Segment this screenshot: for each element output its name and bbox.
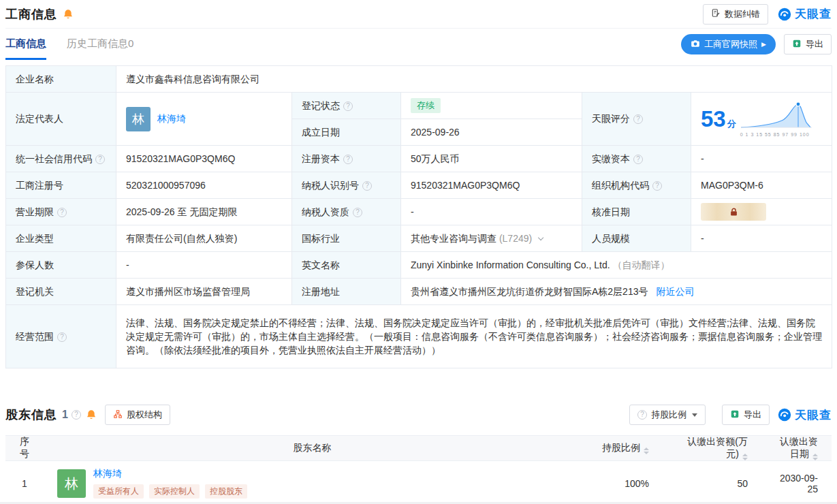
section-header: 工商信息 数据纠错 天眼查 bbox=[5, 0, 832, 29]
column-ratio-label: 持股比例 bbox=[602, 442, 640, 453]
english-name-value: Zunyi Xinbinke Information Consulting Co… bbox=[411, 259, 610, 270]
help-icon[interactable] bbox=[343, 155, 353, 164]
export-label: 导出 bbox=[744, 409, 761, 421]
reg-status-label-text: 登记状态 bbox=[302, 100, 340, 111]
help-icon[interactable] bbox=[353, 208, 362, 217]
export-button[interactable]: 导出 bbox=[784, 34, 832, 54]
camera-icon bbox=[691, 39, 700, 50]
export-button[interactable]: 导出 bbox=[722, 405, 770, 425]
help-icon[interactable] bbox=[362, 181, 372, 191]
ratio-filter-label: 持股比例 bbox=[651, 409, 686, 421]
english-name-note: （自动翻译） bbox=[613, 259, 670, 270]
business-term-value: 2025-09-26 至 无固定期限 bbox=[116, 199, 292, 225]
paid-capital-label-text: 实缴资本 bbox=[592, 153, 630, 164]
org-code-value: MAG0P3QM-6 bbox=[691, 172, 832, 199]
legal-rep-label: 法定代表人 bbox=[6, 93, 116, 146]
industry-value: 其他专业咨询与调查 bbox=[411, 233, 496, 244]
help-icon[interactable] bbox=[633, 114, 643, 124]
score-chart: 0 1 3 15 55 85 97 99 100 bbox=[740, 99, 812, 138]
tag-beneficial-owner[interactable]: 受益所有人 bbox=[93, 484, 144, 499]
data-correction-button[interactable]: 数据纠错 bbox=[703, 4, 768, 25]
help-icon[interactable] bbox=[633, 155, 643, 164]
tab-history-info[interactable]: 历史工商信息0 bbox=[67, 29, 133, 60]
data-correction-label: 数据纠错 bbox=[725, 8, 760, 20]
reg-status-label: 登记状态 bbox=[292, 93, 401, 119]
reg-no-value: 520321000957096 bbox=[116, 172, 292, 199]
help-icon[interactable] bbox=[57, 332, 67, 342]
org-chart-icon bbox=[113, 409, 123, 421]
chevron-down-icon[interactable] bbox=[538, 234, 544, 240]
row-amount: 50 bbox=[663, 461, 761, 504]
paid-capital-label: 实缴资本 bbox=[582, 146, 691, 172]
score-value: 53 bbox=[701, 106, 726, 131]
tianyancha-logo[interactable]: 天眼查 bbox=[778, 6, 832, 22]
tab-business-info[interactable]: 工商信息 bbox=[5, 29, 46, 60]
tag-actual-controller[interactable]: 实际控制人 bbox=[149, 484, 200, 499]
ratio-filter-button[interactable]: 持股比例 bbox=[629, 405, 706, 425]
column-date-sort[interactable]: 认缴出资日期 bbox=[761, 436, 832, 461]
company-type-value: 有限责任公司(自然人独资) bbox=[116, 225, 292, 252]
reg-no-label: 工商注册号 bbox=[6, 172, 116, 199]
tag-controlling-shareholder[interactable]: 控股股东 bbox=[205, 484, 247, 499]
org-code-label: 组织机构代码 bbox=[582, 172, 691, 199]
insured-num-label: 参保人数 bbox=[6, 252, 116, 279]
shareholders-header: 股东信息 1 股权结构 持股比例 导出 bbox=[5, 403, 832, 427]
shareholder-link[interactable]: 林海埼 bbox=[93, 468, 247, 480]
score-cell[interactable]: 53分 0 1 3 15 55 85 97 99 100 bbox=[691, 93, 832, 146]
business-scope-label-text: 经营范围 bbox=[16, 331, 54, 342]
help-icon[interactable] bbox=[95, 155, 105, 164]
help-icon[interactable] bbox=[72, 410, 81, 420]
english-name-label: 英文名称 bbox=[292, 252, 401, 279]
industry-cell: 其他专业咨询与调查 (L7249) bbox=[401, 225, 582, 252]
export-label: 导出 bbox=[806, 38, 823, 50]
monitor-bell-icon[interactable] bbox=[86, 409, 97, 420]
help-icon[interactable] bbox=[652, 181, 662, 191]
industry-label: 国标行业 bbox=[292, 225, 401, 252]
reg-capital-value: 50万人民币 bbox=[401, 146, 582, 172]
tianyancha-logo-icon bbox=[778, 7, 791, 21]
english-name-cell: Zunyi Xinbinke Information Consulting Co… bbox=[401, 252, 832, 279]
monitor-bell-icon[interactable] bbox=[63, 9, 74, 20]
company-name-value: 遵义市鑫犇科信息咨询有限公司 bbox=[116, 66, 832, 93]
row-no: 1 bbox=[5, 461, 44, 504]
column-amount-sort[interactable]: 认缴出资额(万元) bbox=[663, 436, 761, 461]
shareholders-actions: 持股比例 导出 天眼查 bbox=[621, 405, 832, 425]
tianyancha-logo[interactable]: 天眼查 bbox=[778, 407, 832, 423]
taxpayer-no-value: 91520321MAG0P3QM6Q bbox=[401, 172, 582, 199]
credit-code-label-text: 统一社会信用代码 bbox=[16, 153, 92, 164]
tianyancha-logo-text: 天眼查 bbox=[795, 6, 832, 22]
insured-num-value: - bbox=[116, 252, 292, 279]
reg-capital-label-text: 注册资本 bbox=[302, 153, 340, 164]
legal-rep-link[interactable]: 林海埼 bbox=[157, 112, 186, 125]
equity-structure-button[interactable]: 股权结构 bbox=[105, 405, 170, 425]
tianyancha-logo-text: 天眼查 bbox=[795, 407, 832, 423]
column-ratio-sort[interactable]: 持股比例 bbox=[581, 436, 663, 461]
play-arrow-icon: ▶ bbox=[761, 42, 766, 48]
official-snapshot-button[interactable]: 工商官网快照 ▶ bbox=[681, 34, 776, 54]
company-name-label: 企业名称 bbox=[6, 66, 116, 93]
help-icon[interactable] bbox=[343, 101, 353, 111]
nearby-companies-link[interactable]: 附近公司 bbox=[656, 286, 694, 297]
taxpayer-quality-label-text: 纳税人资质 bbox=[302, 206, 349, 217]
status-badge: 存续 bbox=[411, 98, 441, 114]
taxpayer-quality-label: 纳税人资质 bbox=[292, 199, 401, 225]
locked-value[interactable] bbox=[701, 203, 766, 221]
reg-capital-label: 注册资本 bbox=[292, 146, 401, 172]
legal-rep-avatar[interactable]: 林 bbox=[126, 107, 151, 131]
business-info-page: 工商信息 数据纠错 天眼查 工商信息 历史工商信息0 bbox=[0, 0, 837, 504]
business-term-label: 营业期限 bbox=[6, 199, 116, 225]
reg-authority-label: 登记机关 bbox=[6, 279, 116, 305]
help-icon[interactable] bbox=[57, 208, 67, 217]
approval-date-label: 核准日期 bbox=[582, 199, 691, 225]
taxpayer-no-label-text: 纳税人识别号 bbox=[302, 180, 359, 191]
sort-icon bbox=[644, 447, 649, 454]
score-unit: 分 bbox=[727, 119, 736, 129]
reg-authority-value: 遵义市播州区市场监督管理局 bbox=[116, 279, 292, 305]
shareholder-avatar[interactable]: 林 bbox=[57, 469, 86, 498]
business-term-label-text: 营业期限 bbox=[16, 206, 54, 217]
row-date: 2030-09-25 bbox=[761, 461, 832, 504]
paid-capital-value: - bbox=[691, 146, 832, 172]
score-axis-labels: 0 1 3 15 55 85 97 99 100 bbox=[740, 131, 812, 138]
business-scope-label: 经营范围 bbox=[6, 305, 116, 368]
staff-size-label: 人员规模 bbox=[582, 225, 691, 252]
